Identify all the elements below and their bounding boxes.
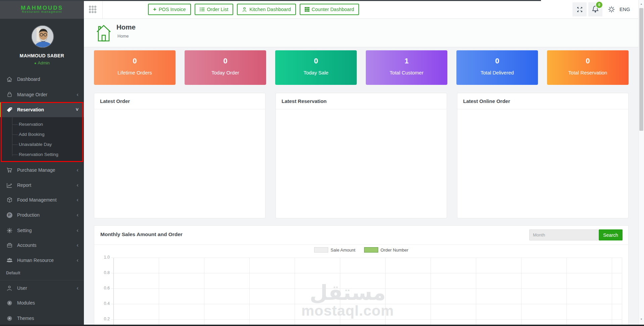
sidebar-item-label: Food Management xyxy=(17,197,57,203)
chevron-down-icon xyxy=(76,108,79,111)
sidebar-item-production[interactable]: Production xyxy=(0,208,84,222)
stat-value: 0 xyxy=(275,57,357,65)
sidebar-item-label: Production xyxy=(17,212,40,218)
stat-card-lifetime-orders[interactable]: 0 Lifetime Orders xyxy=(94,50,176,85)
sidebar-item-themes[interactable]: Themes xyxy=(0,311,84,326)
stat-card-today-order[interactable]: 0 Today Order xyxy=(185,50,266,85)
stat-label: Total Delivered xyxy=(456,70,538,75)
user-name: MAHMOUD SABER xyxy=(0,53,84,58)
pos-invoice-button[interactable]: POS Invoice xyxy=(148,4,191,15)
scroll-up-arrow[interactable]: ▲ xyxy=(639,3,644,5)
sidebar-item-report[interactable]: Report xyxy=(0,178,84,193)
submenu-item-add-booking[interactable]: Add Booking xyxy=(0,129,84,140)
header-separator xyxy=(102,0,103,18)
sidebar-item-label: Reservation xyxy=(17,107,44,112)
stat-card-total-customer[interactable]: 1 Total Customer xyxy=(366,50,447,85)
vertical-gridlines xyxy=(113,258,622,326)
stat-value: 0 xyxy=(185,57,266,65)
sidebar-item-setting[interactable]: Setting xyxy=(0,223,84,238)
chevron-left-icon xyxy=(77,168,79,172)
stat-value: 1 xyxy=(366,57,447,65)
sidebar-item-dashboard[interactable]: Dashboard xyxy=(0,72,84,87)
stat-card-today-sale[interactable]: 0 Today Sale xyxy=(275,50,357,85)
sidebar-item-label: Modules xyxy=(17,300,35,306)
module-icon xyxy=(6,300,13,306)
breadcrumb[interactable]: Home xyxy=(117,34,129,39)
avatar[interactable] xyxy=(31,25,54,48)
language-selector[interactable]: ENG xyxy=(620,0,630,19)
fullscreen-button[interactable] xyxy=(573,2,587,16)
submenu-item-reservation[interactable]: Reservation xyxy=(0,119,84,129)
kitchen-dashboard-button[interactable]: Kitchen Dashboard xyxy=(237,4,296,15)
chevron-left-icon xyxy=(77,229,79,232)
sidebar-divider xyxy=(0,280,84,280)
legend-swatch-sale-amount xyxy=(314,247,328,253)
gear-icon xyxy=(6,228,13,233)
monthly-sales-panel: Monthly Sales Amount and Order Search Sa… xyxy=(94,225,629,326)
y-axis-tick: 1.0 xyxy=(94,255,110,260)
user-role-label: Admin xyxy=(38,61,50,65)
search-button[interactable]: Search xyxy=(599,229,623,240)
stat-value: 0 xyxy=(547,57,629,65)
gear-icon xyxy=(608,6,615,13)
sidebar-item-label: Purchase Manage xyxy=(17,167,55,173)
legend-label-sale-amount: Sale Amount xyxy=(331,248,355,253)
panel-title: Latest Reservation xyxy=(276,93,447,109)
chevron-left-icon xyxy=(77,259,79,262)
user-role: ●Admin xyxy=(0,61,84,65)
scroll-down-arrow[interactable]: ▼ xyxy=(639,318,644,320)
plus-icon xyxy=(153,7,156,12)
counter-dashboard-label: Counter Dashboard xyxy=(312,7,354,12)
top-bar: POS Invoice Order List Kitchen Dashboard xyxy=(0,0,644,19)
sidebar-item-user[interactable]: User xyxy=(0,281,84,295)
panel-title: Latest Order xyxy=(94,93,265,109)
sidebar-item-purchase-manage[interactable]: Purchase Manage xyxy=(0,163,84,177)
sidebar-item-accounts[interactable]: Accounts xyxy=(0,238,84,253)
sidebar-section-default: Default xyxy=(6,271,20,275)
sidebar-item-label: Report xyxy=(17,182,31,188)
sidebar-item-food-management[interactable]: Food Management xyxy=(0,193,84,207)
theme-icon xyxy=(6,316,13,321)
house-icon xyxy=(95,23,112,42)
sidebar-item-reservation[interactable]: Reservation xyxy=(0,102,84,117)
y-axis-tick: 0.8 xyxy=(94,270,110,275)
stat-card-total-delivered[interactable]: 0 Total Delivered xyxy=(456,50,538,85)
sidebar-item-label: Human Resource xyxy=(17,258,54,263)
sidebar-item-label: Setting xyxy=(17,228,32,233)
stat-label: Total Customer xyxy=(366,70,447,75)
app-logo[interactable]: MAHMOUDS Resturant managment xyxy=(0,0,84,19)
vertical-scrollbar[interactable]: ▲ ▼ xyxy=(638,0,644,326)
y-axis-tick: 0.6 xyxy=(94,286,110,290)
stat-label: Total Reservation xyxy=(547,70,629,75)
submenu-item-reservation-setting[interactable]: Reservation Setting xyxy=(0,150,84,160)
kitchen-dashboard-label: Kitchen Dashboard xyxy=(249,7,291,12)
sidebar-item-label: Accounts xyxy=(17,242,37,248)
grid-dots-icon xyxy=(88,5,97,13)
sidebar-toggle-grid-icon[interactable] xyxy=(87,5,98,14)
sidebar-item-human-resource[interactable]: Human Resource xyxy=(0,253,84,268)
sidebar-item-label: Manage Order xyxy=(17,92,47,97)
submenu-item-unavailable-day[interactable]: Unavailable Day xyxy=(0,140,84,150)
sales-panel-title: Monthly Sales Amount and Order xyxy=(100,231,183,237)
sidebar-item-modules[interactable]: Modules xyxy=(0,295,84,310)
sidebar-item-manage-order[interactable]: Manage Order xyxy=(0,87,84,102)
stat-card-total-reservation[interactable]: 0 Total Reservation xyxy=(547,50,629,85)
bag-icon xyxy=(6,92,13,98)
scrollbar-thumb[interactable] xyxy=(639,8,643,131)
grid-icon xyxy=(305,7,309,12)
expand-icon xyxy=(577,6,583,13)
month-input[interactable] xyxy=(529,229,598,240)
counter-dashboard-button[interactable]: Counter Dashboard xyxy=(300,4,359,15)
panel-header-divider xyxy=(94,245,628,245)
chevron-left-icon xyxy=(77,243,79,247)
chevron-left-icon xyxy=(77,213,79,217)
order-list-button[interactable]: Order List xyxy=(195,4,234,15)
settings-button[interactable] xyxy=(604,2,619,16)
chart-icon xyxy=(6,182,13,188)
production-icon xyxy=(6,212,13,218)
stat-label: Today Sale xyxy=(275,70,357,75)
order-list-label: Order List xyxy=(207,7,229,12)
legend-swatch-order-number xyxy=(364,247,378,253)
page-title: Home xyxy=(116,23,136,31)
avatar-photo xyxy=(32,26,53,47)
